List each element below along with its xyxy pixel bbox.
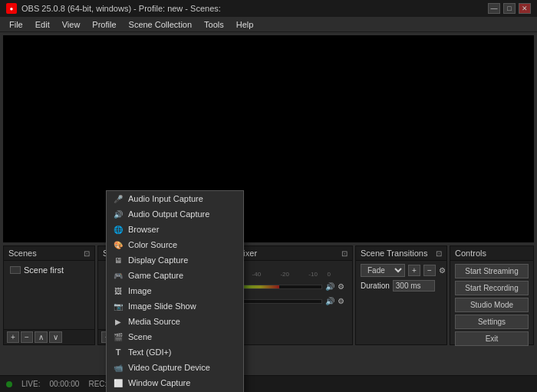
menu-item-help[interactable]: Help [230, 18, 260, 31]
audio-expand-icon[interactable]: ⊡ [341, 249, 348, 258]
menu-item-file[interactable]: File [3, 18, 29, 31]
scenes-footer: + − ∧ ∨ [4, 329, 94, 344]
menu-item-edit[interactable]: Edit [29, 18, 56, 31]
minimize-button[interactable]: — [488, 3, 500, 14]
start-streaming-button[interactable]: Start Streaming [455, 264, 529, 278]
title-bar: ● OBS 25.0.8 (64-bit, windows) - Profile… [0, 0, 537, 17]
menu-item-tools[interactable]: Tools [198, 18, 230, 31]
video-capture-icon: 📹 [113, 364, 124, 372]
game-icon: 🎮 [113, 272, 124, 280]
live-indicator [6, 381, 12, 387]
transitions-label: Scene Transitions [361, 249, 427, 258]
transitions-content: Fade Cut Swipe + − ⚙ Duration [356, 261, 446, 295]
scenes-panel: Scenes ⊡ Scene first + − ∧ ∨ [3, 245, 95, 345]
scenes-add-button[interactable]: + [7, 331, 19, 343]
menu-item-view[interactable]: View [56, 18, 87, 31]
exit-button[interactable]: Exit [455, 331, 529, 346]
menu-item-scene-collection[interactable]: Scene Collection [123, 18, 199, 31]
rec-label: REC: [88, 380, 107, 388]
microphone-icon: 🎤 [113, 195, 124, 203]
ctx-media-source[interactable]: ▶ Media Source [107, 314, 243, 329]
volume-icon-2[interactable]: 🔊 [325, 297, 334, 305]
ctx-browser[interactable]: 🌐 Browser [107, 222, 243, 237]
controls-content: Start Streaming Start Recording Studio M… [450, 261, 533, 349]
ctx-color-source[interactable]: 🎨 Color Source [107, 237, 243, 252]
image-icon: 🖼 [113, 287, 124, 295]
scenes-down-button[interactable]: ∨ [49, 331, 62, 343]
window-controls[interactable]: — □ ✕ [488, 3, 531, 14]
maximize-button[interactable]: □ [503, 3, 516, 14]
audio-settings-2[interactable]: ⚙ [338, 297, 344, 305]
live-label: LIVE: [21, 380, 40, 388]
scene-item[interactable]: Scene first [7, 264, 91, 276]
start-recording-button[interactable]: Start Recording [455, 281, 529, 295]
color-source-icon: 🎨 [113, 241, 124, 249]
volume-icon-1[interactable]: 🔊 [325, 282, 334, 291]
ctx-audio-output[interactable]: 🔊 Audio Output Capture [107, 206, 243, 222]
transition-remove-button[interactable]: − [423, 265, 436, 276]
scenes-label: Scenes [8, 249, 37, 258]
controls-panel: Controls Start Streaming Start Recording… [450, 245, 534, 345]
scene-icon: 🎬 [113, 333, 124, 341]
scenes-expand-icon[interactable]: ⊡ [84, 249, 90, 258]
display-icon: 🖥 [113, 256, 124, 265]
ctx-game-capture[interactable]: 🎮 Game Capture [107, 268, 243, 283]
slideshow-icon: 📷 [113, 302, 124, 311]
audio-settings-1[interactable]: ⚙ [338, 282, 344, 291]
duration-input[interactable] [393, 280, 435, 292]
ctx-display-capture[interactable]: 🖥 Display Capture [107, 252, 243, 268]
window-title: OBS 25.0.8 (64-bit, windows) - Profile: … [21, 4, 488, 13]
transition-add-button[interactable]: + [408, 265, 420, 276]
transitions-expand-icon[interactable]: ⊡ [436, 249, 442, 258]
duration-row: Duration [361, 280, 442, 292]
ctx-audio-input[interactable]: 🎤 Audio Input Capture [107, 191, 243, 206]
settings-button[interactable]: Settings [455, 315, 529, 329]
bottom-panels: Scenes ⊡ Scene first + − ∧ ∨ Source ⊡ + … [3, 245, 534, 345]
scene-name: Scene first [24, 265, 64, 275]
transition-settings-icon[interactable]: ⚙ [439, 266, 446, 275]
media-icon: ▶ [113, 318, 124, 326]
ctx-window-capture[interactable]: ⬜ Window Capture [107, 375, 243, 390]
live-time: 00:00:00 [49, 380, 79, 388]
duration-label: Duration [361, 282, 390, 290]
transition-type-row: Fade Cut Swipe + − ⚙ [361, 264, 442, 277]
transition-type-select[interactable]: Fade Cut Swipe [361, 264, 405, 277]
scenes-content: Scene first [4, 261, 94, 329]
studio-mode-button[interactable]: Studio Mode [455, 298, 529, 312]
status-bar: LIVE: 00:00:00 REC: 00:00:00 CPU: 0.3% 3… [0, 375, 537, 392]
ctx-image-slideshow[interactable]: 📷 Image Slide Show [107, 298, 243, 314]
text-icon: T [113, 348, 124, 357]
controls-label: Controls [455, 249, 486, 258]
scenes-remove-button[interactable]: − [21, 331, 33, 343]
preview-area [3, 35, 534, 242]
ctx-image[interactable]: 🖼 Image [107, 283, 243, 298]
ctx-scene[interactable]: 🎬 Scene [107, 329, 243, 344]
transitions-header: Scene Transitions ⊡ [356, 246, 446, 261]
ctx-video-capture[interactable]: 📹 Video Capture Device [107, 360, 243, 375]
controls-header: Controls [450, 246, 533, 261]
browser-icon: 🌐 [113, 226, 124, 234]
transitions-panel: Scene Transitions ⊡ Fade Cut Swipe + − ⚙… [355, 245, 447, 345]
context-menu: 🎤 Audio Input Capture 🔊 Audio Output Cap… [106, 190, 244, 392]
window-capture-icon: ⬜ [113, 379, 124, 387]
ctx-text-gdi[interactable]: T Text (GDI+) [107, 344, 243, 360]
close-button[interactable]: ✕ [519, 3, 531, 14]
speaker-icon: 🔊 [113, 210, 124, 219]
scene-thumbnail [10, 266, 21, 274]
scenes-header: Scenes ⊡ [4, 246, 94, 261]
menu-item-profile[interactable]: Profile [86, 18, 122, 31]
scenes-up-button[interactable]: ∧ [35, 331, 48, 343]
menu-bar: FileEditViewProfileScene CollectionTools… [0, 17, 537, 32]
app-icon: ● [6, 3, 17, 14]
